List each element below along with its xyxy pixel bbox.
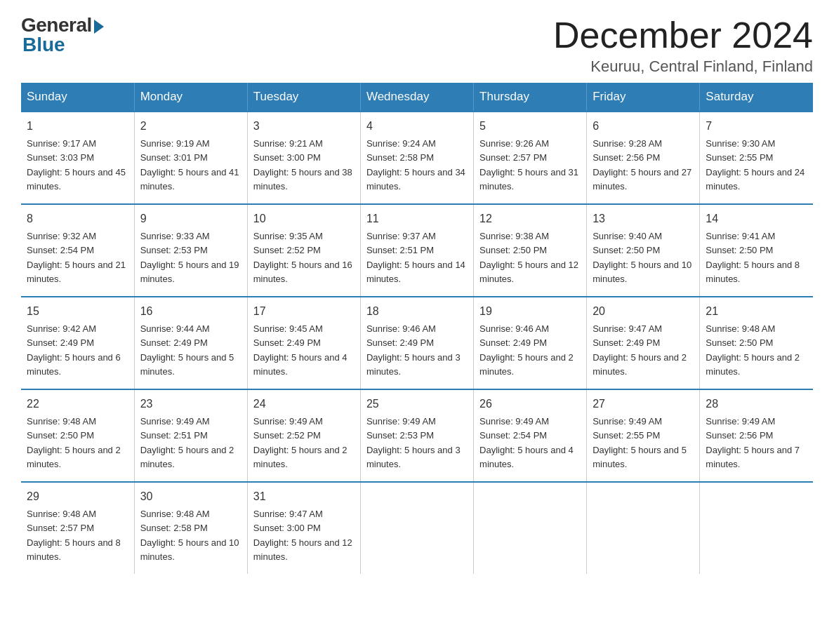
calendar-cell [474, 482, 587, 574]
day-number: 12 [479, 210, 581, 227]
logo: General Blue [21, 14, 104, 56]
day-number: 15 [27, 303, 128, 320]
day-info: Sunrise: 9:37 AMSunset: 2:51 PMDaylight:… [366, 231, 465, 284]
weekday-header-row: SundayMondayTuesdayWednesdayThursdayFrid… [21, 83, 813, 112]
calendar-cell [700, 482, 813, 574]
day-number: 5 [479, 118, 581, 135]
calendar-cell: 13Sunrise: 9:40 AMSunset: 2:50 PMDayligh… [587, 204, 700, 297]
day-number: 2 [140, 118, 241, 135]
day-info: Sunrise: 9:32 AMSunset: 2:54 PMDaylight:… [27, 231, 126, 284]
calendar-body: 1Sunrise: 9:17 AMSunset: 3:03 PMDaylight… [21, 112, 813, 574]
day-info: Sunrise: 9:49 AMSunset: 2:52 PMDaylight:… [253, 416, 348, 469]
calendar-cell: 2Sunrise: 9:19 AMSunset: 3:01 PMDaylight… [134, 112, 247, 204]
calendar-cell: 17Sunrise: 9:45 AMSunset: 2:49 PMDayligh… [247, 297, 360, 389]
day-number: 17 [253, 303, 355, 320]
day-info: Sunrise: 9:49 AMSunset: 2:54 PMDaylight:… [479, 416, 574, 469]
day-info: Sunrise: 9:41 AMSunset: 2:50 PMDaylight:… [706, 231, 800, 284]
calendar-cell: 9Sunrise: 9:33 AMSunset: 2:53 PMDaylight… [134, 204, 247, 297]
calendar-cell: 19Sunrise: 9:46 AMSunset: 2:49 PMDayligh… [474, 297, 587, 389]
day-info: Sunrise: 9:49 AMSunset: 2:51 PMDaylight:… [140, 416, 234, 469]
calendar-cell: 22Sunrise: 9:48 AMSunset: 2:50 PMDayligh… [21, 389, 134, 482]
calendar-cell: 30Sunrise: 9:48 AMSunset: 2:58 PMDayligh… [134, 482, 247, 574]
day-info: Sunrise: 9:24 AMSunset: 2:58 PMDaylight:… [366, 138, 465, 192]
calendar-week-4: 22Sunrise: 9:48 AMSunset: 2:50 PMDayligh… [21, 389, 813, 482]
calendar-cell: 7Sunrise: 9:30 AMSunset: 2:55 PMDaylight… [700, 112, 813, 204]
day-info: Sunrise: 9:35 AMSunset: 2:52 PMDaylight:… [253, 231, 352, 284]
day-number: 18 [366, 303, 468, 320]
calendar-cell: 25Sunrise: 9:49 AMSunset: 2:53 PMDayligh… [360, 389, 473, 482]
day-number: 14 [706, 210, 807, 227]
calendar-cell: 16Sunrise: 9:44 AMSunset: 2:49 PMDayligh… [134, 297, 247, 389]
day-info: Sunrise: 9:46 AMSunset: 2:49 PMDaylight:… [366, 323, 461, 377]
logo-arrow-icon [94, 20, 104, 34]
calendar-cell: 6Sunrise: 9:28 AMSunset: 2:56 PMDaylight… [587, 112, 700, 204]
day-number: 20 [593, 303, 694, 320]
logo-blue-text: Blue [21, 34, 65, 56]
day-info: Sunrise: 9:48 AMSunset: 2:50 PMDaylight:… [27, 416, 121, 469]
calendar-cell: 15Sunrise: 9:42 AMSunset: 2:49 PMDayligh… [21, 297, 134, 389]
day-number: 31 [253, 488, 355, 505]
day-info: Sunrise: 9:17 AMSunset: 3:03 PMDaylight:… [27, 138, 126, 192]
calendar-cell: 26Sunrise: 9:49 AMSunset: 2:54 PMDayligh… [474, 389, 587, 482]
day-info: Sunrise: 9:38 AMSunset: 2:50 PMDaylight:… [479, 231, 578, 284]
weekday-header-saturday: Saturday [700, 83, 813, 112]
calendar-week-2: 8Sunrise: 9:32 AMSunset: 2:54 PMDaylight… [21, 204, 813, 297]
calendar-cell: 3Sunrise: 9:21 AMSunset: 3:00 PMDaylight… [247, 112, 360, 204]
day-number: 29 [27, 488, 128, 505]
day-info: Sunrise: 9:48 AMSunset: 2:57 PMDaylight:… [27, 509, 121, 562]
day-number: 8 [27, 210, 128, 227]
weekday-header-thursday: Thursday [474, 83, 587, 112]
day-number: 19 [479, 303, 581, 320]
day-info: Sunrise: 9:44 AMSunset: 2:49 PMDaylight:… [140, 323, 234, 377]
calendar-cell: 24Sunrise: 9:49 AMSunset: 2:52 PMDayligh… [247, 389, 360, 482]
day-number: 28 [706, 396, 807, 412]
day-number: 21 [706, 303, 807, 320]
calendar-cell [587, 482, 700, 574]
day-number: 11 [366, 210, 468, 227]
calendar-header: SundayMondayTuesdayWednesdayThursdayFrid… [21, 83, 813, 112]
calendar-cell: 8Sunrise: 9:32 AMSunset: 2:54 PMDaylight… [21, 204, 134, 297]
day-number: 23 [140, 396, 241, 412]
weekday-header-wednesday: Wednesday [360, 83, 473, 112]
day-info: Sunrise: 9:33 AMSunset: 2:53 PMDaylight:… [140, 231, 239, 284]
day-number: 25 [366, 396, 468, 412]
calendar-cell: 28Sunrise: 9:49 AMSunset: 2:56 PMDayligh… [700, 389, 813, 482]
calendar-week-3: 15Sunrise: 9:42 AMSunset: 2:49 PMDayligh… [21, 297, 813, 389]
calendar-cell [360, 482, 473, 574]
calendar-table: SundayMondayTuesdayWednesdayThursdayFrid… [21, 83, 813, 574]
day-info: Sunrise: 9:47 AMSunset: 2:49 PMDaylight:… [593, 323, 687, 377]
day-number: 30 [140, 488, 241, 505]
day-info: Sunrise: 9:49 AMSunset: 2:56 PMDaylight:… [706, 416, 800, 469]
weekday-header-sunday: Sunday [21, 83, 134, 112]
day-number: 13 [593, 210, 694, 227]
calendar-cell: 5Sunrise: 9:26 AMSunset: 2:57 PMDaylight… [474, 112, 587, 204]
day-info: Sunrise: 9:40 AMSunset: 2:50 PMDaylight:… [593, 231, 691, 284]
day-number: 10 [253, 210, 355, 227]
calendar-cell: 20Sunrise: 9:47 AMSunset: 2:49 PMDayligh… [587, 297, 700, 389]
weekday-header-friday: Friday [587, 83, 700, 112]
day-info: Sunrise: 9:42 AMSunset: 2:49 PMDaylight:… [27, 323, 121, 377]
day-number: 26 [479, 396, 581, 412]
calendar-cell: 12Sunrise: 9:38 AMSunset: 2:50 PMDayligh… [474, 204, 587, 297]
calendar-cell: 29Sunrise: 9:48 AMSunset: 2:57 PMDayligh… [21, 482, 134, 574]
calendar-cell: 23Sunrise: 9:49 AMSunset: 2:51 PMDayligh… [134, 389, 247, 482]
day-info: Sunrise: 9:47 AMSunset: 3:00 PMDaylight:… [253, 509, 352, 562]
calendar-week-5: 29Sunrise: 9:48 AMSunset: 2:57 PMDayligh… [21, 482, 813, 574]
calendar-cell: 31Sunrise: 9:47 AMSunset: 3:00 PMDayligh… [247, 482, 360, 574]
day-number: 3 [253, 118, 355, 135]
day-info: Sunrise: 9:49 AMSunset: 2:55 PMDaylight:… [593, 416, 687, 469]
calendar-cell: 21Sunrise: 9:48 AMSunset: 2:50 PMDayligh… [700, 297, 813, 389]
day-info: Sunrise: 9:48 AMSunset: 2:50 PMDaylight:… [706, 323, 800, 377]
weekday-header-tuesday: Tuesday [247, 83, 360, 112]
day-info: Sunrise: 9:45 AMSunset: 2:49 PMDaylight:… [253, 323, 348, 377]
day-info: Sunrise: 9:21 AMSunset: 3:00 PMDaylight:… [253, 138, 352, 192]
day-number: 22 [27, 396, 128, 412]
calendar-cell: 1Sunrise: 9:17 AMSunset: 3:03 PMDaylight… [21, 112, 134, 204]
calendar-cell: 11Sunrise: 9:37 AMSunset: 2:51 PMDayligh… [360, 204, 473, 297]
day-info: Sunrise: 9:28 AMSunset: 2:56 PMDaylight:… [593, 138, 691, 192]
day-number: 7 [706, 118, 807, 135]
calendar-cell: 18Sunrise: 9:46 AMSunset: 2:49 PMDayligh… [360, 297, 473, 389]
title-section: December 2024 Keuruu, Central Finland, F… [553, 14, 813, 76]
calendar-cell: 27Sunrise: 9:49 AMSunset: 2:55 PMDayligh… [587, 389, 700, 482]
calendar-cell: 14Sunrise: 9:41 AMSunset: 2:50 PMDayligh… [700, 204, 813, 297]
